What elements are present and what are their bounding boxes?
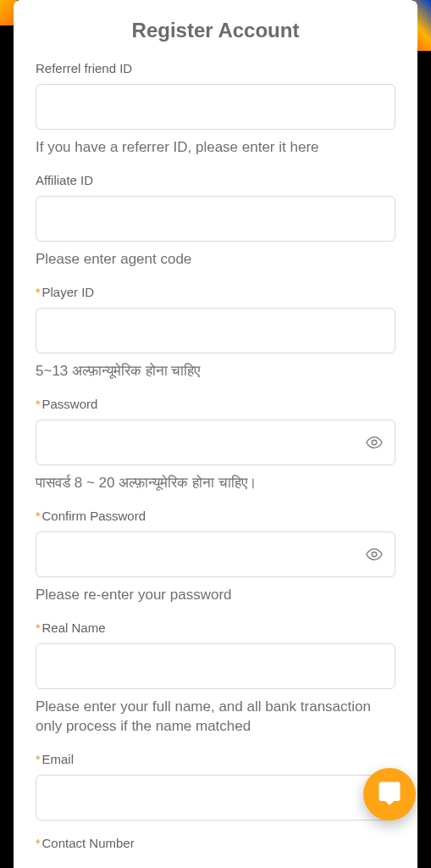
password-input[interactable]	[36, 420, 395, 465]
player-id-label-text: Player ID	[41, 285, 94, 299]
affiliate-label: Affiliate ID	[36, 173, 395, 187]
chat-button[interactable]	[363, 768, 416, 821]
confirm-password-label-text: Confirm Password	[41, 509, 146, 523]
required-mark: *	[36, 621, 40, 635]
real-name-label: *Real Name	[36, 620, 395, 635]
chat-icon	[377, 780, 402, 809]
required-mark: *	[36, 753, 40, 766]
required-mark: *	[36, 837, 40, 850]
svg-point-0	[372, 440, 377, 445]
field-player-id: *Player ID 5~13 अल्फ़ान्यूमेरिक होना चाह…	[36, 285, 395, 381]
real-name-input[interactable]	[36, 643, 395, 689]
field-real-name: *Real Name Please enter your full name, …	[36, 620, 395, 737]
field-confirm-password: *Confirm Password Please re-enter your p…	[36, 509, 395, 605]
confirm-password-label: *Confirm Password	[36, 509, 395, 523]
eye-icon[interactable]	[365, 433, 384, 452]
password-hint: पासवर्ड 8 ~ 20 अल्फ़ान्यूमेरिक होना चाहि…	[36, 474, 395, 493]
referrer-hint: If you have a referrer ID, please enter …	[36, 138, 395, 158]
referrer-label: Referrel friend ID	[36, 61, 395, 75]
svg-point-1	[372, 552, 377, 557]
field-password: *Password पासवर्ड 8 ~ 20 अल्फ़ान्यूमेरिक…	[36, 397, 395, 493]
page-title: Register Account	[36, 19, 395, 42]
affiliate-hint: Please enter agent code	[36, 250, 395, 270]
email-input[interactable]	[36, 775, 395, 821]
player-id-label: *Player ID	[36, 285, 395, 299]
password-label-text: Password	[41, 397, 97, 411]
register-form-card: Register Account Referrel friend ID If y…	[14, 0, 417, 868]
field-affiliate: Affiliate ID Please enter agent code	[36, 173, 395, 270]
email-label-text: Email	[41, 752, 74, 766]
field-referrer: Referrel friend ID If you have a referre…	[36, 61, 395, 158]
required-mark: *	[36, 509, 40, 523]
real-name-label-text: Real Name	[41, 620, 105, 635]
email-label: *Email	[36, 752, 395, 766]
player-id-hint: 5~13 अल्फ़ान्यूमेरिक होना चाहिए	[36, 362, 395, 381]
referrer-input[interactable]	[36, 84, 395, 130]
required-mark: *	[36, 398, 40, 411]
contact-number-label-text: Contact Number	[41, 836, 134, 850]
password-label: *Password	[36, 397, 395, 411]
field-contact-number: *Contact Number	[36, 836, 395, 850]
required-mark: *	[36, 286, 40, 299]
confirm-password-input[interactable]	[36, 531, 395, 577]
affiliate-input[interactable]	[36, 196, 395, 242]
contact-number-label: *Contact Number	[36, 836, 395, 850]
field-email: *Email	[36, 752, 395, 821]
eye-icon[interactable]	[365, 545, 384, 564]
confirm-password-hint: Please re-enter your password	[36, 586, 395, 605]
real-name-hint: Please enter your full name, and all ban…	[36, 698, 395, 737]
player-id-input[interactable]	[36, 308, 395, 353]
